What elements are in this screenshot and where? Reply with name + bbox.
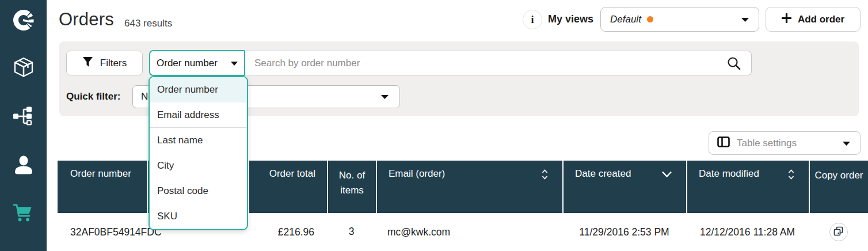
sort-both-icon[interactable] <box>787 169 795 182</box>
sort-both-icon[interactable] <box>541 169 549 182</box>
menu-item-email-address[interactable]: Email address <box>150 102 247 128</box>
results-count: 643 results <box>124 18 172 29</box>
menu-item-last-name[interactable]: Last name <box>150 128 247 153</box>
sidebar <box>0 0 47 251</box>
user-icon <box>13 154 35 178</box>
menu-item-order-number[interactable]: Order number <box>150 77 247 102</box>
table-settings-dropdown[interactable]: Table settings <box>709 131 861 155</box>
plus-icon <box>782 13 791 26</box>
column-header-no-of-items[interactable]: No. of items <box>327 161 376 213</box>
cell-copy-order <box>809 213 868 251</box>
column-label: Order total <box>269 168 315 179</box>
funnel-icon <box>82 56 93 70</box>
sidebar-item-orders[interactable] <box>0 203 47 227</box>
column-header-date-modified[interactable]: Date modified <box>686 161 809 213</box>
copy-order-button[interactable] <box>829 223 848 241</box>
search-field-selector[interactable]: Order number <box>149 50 245 76</box>
menu-item-sku[interactable]: SKU <box>150 204 247 229</box>
views-dropdown-value: Default <box>610 14 641 25</box>
column-label: Copy order <box>814 170 863 181</box>
column-label: Email (order) <box>389 168 445 179</box>
view-status-dot <box>647 16 653 22</box>
search-input[interactable] <box>244 51 752 75</box>
views-dropdown[interactable]: Default <box>600 7 759 32</box>
cell-no-of-items: 3 <box>327 213 376 251</box>
search-icon[interactable] <box>726 56 741 73</box>
info-button[interactable]: i <box>523 10 542 29</box>
column-label: Order number <box>70 168 131 179</box>
column-header-email-order[interactable]: Email (order) <box>376 161 562 213</box>
menu-item-postal-code[interactable]: Postal code <box>150 178 247 204</box>
column-header-order-total[interactable]: Order total <box>248 161 327 213</box>
copy-icon <box>833 226 843 238</box>
cell-order-number: 32AF0BF54914FDC <box>58 213 147 251</box>
search-field-value: Order number <box>157 58 218 69</box>
sidebar-item-products[interactable] <box>0 56 47 81</box>
app-logo[interactable] <box>0 7 47 35</box>
chevron-down-icon <box>380 91 389 102</box>
my-views-label: My views <box>548 13 593 25</box>
gauge-logo-icon <box>11 7 36 35</box>
package-icon <box>12 56 35 81</box>
search-field-menu: Order number Email address Last name Cit… <box>149 76 248 230</box>
cart-icon <box>12 203 35 227</box>
chevron-down-icon <box>842 138 851 149</box>
info-icon: i <box>531 14 534 26</box>
search-box <box>244 51 752 75</box>
quick-filter-label: Quick filter: <box>66 91 120 102</box>
column-label: Date modified <box>699 168 759 179</box>
column-label: Date created <box>575 168 631 179</box>
cell-order-total: £216.96 <box>248 213 327 251</box>
add-order-button[interactable]: Add order <box>766 7 861 32</box>
filters-label: Filters <box>100 58 127 69</box>
sort-desc-icon[interactable] <box>661 169 672 181</box>
chevron-down-icon <box>741 14 749 25</box>
cell-date-modified: 12/12/2016 11:28 AM <box>686 213 809 251</box>
cell-email: mc@kwk.com <box>376 213 562 251</box>
menu-item-city[interactable]: City <box>150 153 247 178</box>
sidebar-item-flows[interactable] <box>0 106 47 129</box>
column-header-date-created[interactable]: Date created <box>562 161 686 213</box>
column-header-order-number[interactable]: Order number <box>58 161 147 213</box>
table-settings-label: Table settings <box>737 138 797 149</box>
sidebar-item-customers[interactable] <box>0 154 47 178</box>
orders-page: Orders 643 results i My views Default Ad… <box>0 0 868 251</box>
add-order-label: Add order <box>798 14 844 25</box>
column-header-copy-order: Copy order <box>809 161 868 213</box>
column-label: No. of items <box>339 170 365 196</box>
filters-button[interactable]: Filters <box>66 51 143 75</box>
page-title: Orders <box>59 9 114 30</box>
columns-icon <box>717 136 730 150</box>
chevron-down-icon <box>230 58 238 69</box>
flow-icon <box>13 106 35 129</box>
cell-date-created: 11/29/2016 2:53 PM <box>562 213 686 251</box>
